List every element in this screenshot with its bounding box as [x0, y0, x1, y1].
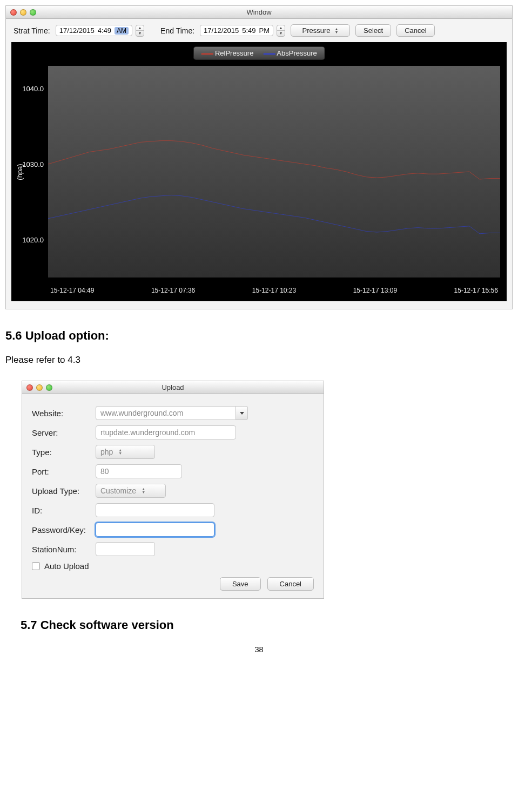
- chart-plot: [48, 66, 500, 278]
- server-input[interactable]: rtupdate.wunderground.com: [96, 425, 236, 439]
- x-axis: 15-12-17 04:4915-12-17 07:3615-12-17 10:…: [48, 280, 500, 301]
- end-ampm-value: PM: [259, 26, 270, 35]
- start-time-stepper[interactable]: ▲ ▼: [136, 25, 144, 37]
- station-label: StationNum:: [32, 545, 96, 554]
- chevron-down-icon[interactable]: ▼: [136, 31, 144, 36]
- chart-area: RelPressure AbsPressure (hpa) 1020.01030…: [11, 42, 507, 301]
- section-5-7-heading: 5.7 Check software version: [21, 618, 513, 632]
- chevron-up-icon[interactable]: ▲: [277, 25, 285, 31]
- password-label: Password/Key:: [32, 525, 96, 534]
- metric-select[interactable]: Pressure ▲▼: [291, 24, 350, 37]
- x-tick: 15-12-17 04:49: [50, 287, 94, 294]
- upload-window-titlebar: Upload: [22, 381, 324, 394]
- end-date-value: 17/12/2015: [204, 26, 239, 35]
- close-icon[interactable]: [10, 9, 17, 16]
- zoom-icon[interactable]: [46, 384, 52, 391]
- station-input[interactable]: [96, 542, 155, 556]
- upload-window: Upload Website: www.wunderground.com Ser…: [22, 381, 324, 599]
- id-label: ID:: [32, 506, 96, 515]
- cancel-button[interactable]: Cancel: [396, 24, 434, 37]
- cancel-button[interactable]: Cancel: [267, 577, 314, 591]
- id-input[interactable]: [96, 503, 214, 517]
- end-time-value: 5:49: [242, 26, 255, 35]
- x-tick: 15-12-17 15:56: [454, 287, 498, 294]
- password-input[interactable]: [96, 523, 214, 537]
- start-time-label: Strat Time:: [14, 26, 50, 35]
- zoom-icon[interactable]: [30, 9, 36, 16]
- port-label: Port:: [32, 467, 96, 476]
- save-button[interactable]: Save: [220, 577, 261, 591]
- chart-window-title: Window: [246, 8, 271, 16]
- start-time-value: 4:49: [98, 26, 111, 35]
- chart-window: Window Strat Time: 17/12/2015 4:49 AM ▲ …: [5, 5, 513, 309]
- x-tick: 15-12-17 10:23: [252, 287, 296, 294]
- website-dropdown-icon[interactable]: [236, 406, 248, 420]
- server-label: Server:: [32, 428, 96, 437]
- port-input[interactable]: 80: [96, 464, 182, 478]
- auto-upload-label: Auto Upload: [44, 561, 89, 571]
- upload-type-select-value: Customize: [100, 486, 136, 495]
- website-label: Website:: [32, 409, 96, 418]
- y-tick: 1040.0: [22, 85, 44, 93]
- upload-type-select[interactable]: Customize ▲▼: [96, 484, 166, 498]
- upload-window-title: Upload: [162, 383, 184, 391]
- chevron-up-icon[interactable]: ▲: [136, 25, 144, 31]
- minimize-icon[interactable]: [20, 9, 26, 16]
- website-combo[interactable]: www.wunderground.com: [96, 406, 248, 420]
- end-time-stepper[interactable]: ▲ ▼: [277, 25, 285, 37]
- x-tick: 15-12-17 13:09: [353, 287, 397, 294]
- close-icon[interactable]: [26, 384, 33, 391]
- legend-rel-label: RelPressure: [215, 49, 254, 57]
- chevron-down-icon[interactable]: ▼: [277, 31, 285, 36]
- y-axis: 1020.01030.01040.0: [11, 66, 48, 278]
- metric-select-value: Pressure: [302, 26, 331, 35]
- type-select-value: php: [100, 448, 113, 456]
- start-ampm-value: AM: [115, 27, 129, 35]
- y-tick: 1030.0: [22, 160, 44, 168]
- upload-type-label: Upload Type:: [32, 486, 96, 496]
- minimize-icon[interactable]: [36, 384, 43, 391]
- section-5-6-heading: 5.6 Upload option:: [5, 329, 513, 343]
- legend-abs-label: AbsPressure: [277, 49, 317, 57]
- y-tick: 1020.0: [22, 236, 44, 244]
- chart-toolbar: Strat Time: 17/12/2015 4:49 AM ▲ ▼ End T…: [6, 19, 512, 42]
- select-button[interactable]: Select: [355, 24, 391, 37]
- page-number: 38: [5, 645, 513, 654]
- series-line: [48, 141, 500, 179]
- series-line: [48, 195, 500, 233]
- auto-upload-checkbox[interactable]: [32, 562, 40, 570]
- start-datetime-input[interactable]: 17/12/2015 4:49 AM: [56, 25, 132, 36]
- type-select[interactable]: php ▲▼: [96, 445, 155, 459]
- website-input[interactable]: www.wunderground.com: [96, 406, 236, 420]
- section-5-6-body: Please refer to 4.3: [5, 355, 513, 366]
- x-tick: 15-12-17 07:36: [151, 287, 195, 294]
- start-date-value: 17/12/2015: [59, 26, 95, 35]
- end-time-label: End Time:: [160, 26, 194, 35]
- end-datetime-input[interactable]: 17/12/2015 5:49 PM: [200, 25, 273, 36]
- chart-legend: RelPressure AbsPressure: [193, 46, 325, 60]
- chart-window-titlebar: Window: [6, 6, 512, 19]
- type-label: Type:: [32, 448, 96, 457]
